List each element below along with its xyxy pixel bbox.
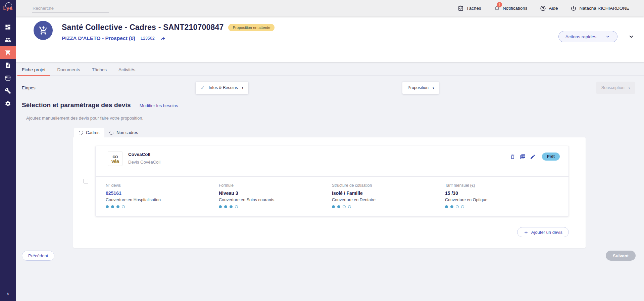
step-proposition[interactable]: Proposition › [402, 82, 439, 94]
sidebar-item-marketplace[interactable] [0, 72, 16, 84]
topbar-item-help[interactable]: Aide [540, 5, 558, 11]
topbar-item-notifications[interactable]: 1 Notifications [494, 5, 528, 12]
edit-quote-button[interactable] [530, 154, 536, 160]
insurer-logo-bottom: véa [111, 159, 119, 164]
sidebar-expand-chevron[interactable]: › [0, 286, 16, 301]
check-icon: ✓ [201, 85, 205, 90]
trash-icon [510, 154, 515, 160]
topbar-item-user[interactable]: Natacha RICHIARDONE [571, 5, 629, 11]
col-label: Formule [219, 183, 332, 188]
quick-actions-label: Actions rapides [565, 34, 596, 39]
avatar [34, 21, 53, 40]
search-input[interactable] [32, 4, 109, 12]
tab-fiche-projet[interactable]: Fiche projet [22, 67, 46, 76]
people-icon [5, 37, 11, 43]
insurer-name: CoveaColl [128, 152, 160, 157]
quick-actions-button[interactable]: Actions rapides [558, 31, 617, 42]
quote-tabs: Cadres Non cadres [73, 128, 586, 137]
quote-actions: Prêt [510, 151, 560, 161]
tasks-icon [458, 5, 464, 11]
client-code: L23562 [141, 36, 155, 41]
col-label: N° devis [106, 183, 219, 188]
col-value: Isolé / Famille [332, 190, 445, 196]
tasks-label: Tâches [466, 6, 481, 11]
quote-col-structure: Structure de cotisation Isolé / Famille … [332, 183, 445, 208]
collapse-header-chevron[interactable] [628, 33, 635, 40]
coverage-label: Couverture en Dentaire [332, 198, 445, 202]
dashed-circle-icon [79, 131, 83, 135]
chevron-down-icon [628, 33, 635, 40]
modify-needs-link[interactable]: Modifier les besoins [140, 103, 178, 108]
dot-filled [332, 205, 335, 208]
section-subtitle: Ajoutez manuellement des devis pour fair… [26, 116, 644, 121]
quote-col-numero: N° devis 025161 Couverture en Hospitalis… [106, 183, 219, 208]
sidebar-item-projects[interactable] [0, 46, 16, 59]
dot-empty [343, 205, 346, 208]
quote-card: co véa CoveaColl Devis CovéaColl [95, 146, 569, 217]
cart-icon [5, 49, 11, 56]
plus-icon [524, 230, 529, 235]
sidebar-item-tools[interactable] [0, 84, 16, 97]
quote-checkbox[interactable] [84, 179, 88, 183]
quote-tab-cadres[interactable]: Cadres [74, 128, 104, 137]
document-icon [5, 62, 11, 69]
sidebar-nav [0, 20, 16, 110]
quote-card-header: co véa CoveaColl Devis CovéaColl [96, 146, 568, 176]
delete-quote-button[interactable] [510, 154, 515, 160]
step-connector [439, 88, 596, 88]
add-quote-button[interactable]: Ajouter un devis [517, 227, 569, 237]
section-title: Sélection et paramétrage des devis [22, 101, 131, 109]
tab-taches[interactable]: Tâches [92, 67, 107, 76]
user-name: Natacha RICHIARDONE [579, 6, 629, 11]
quote-tab-non-cadres[interactable]: Non cadres [104, 128, 143, 137]
tab-documents[interactable]: Documents [57, 67, 80, 76]
previous-label: Précédent [28, 253, 48, 258]
topbar-menu: Tâches 1 Notifications Aide Natacha RICH… [458, 5, 644, 12]
share-icon-button[interactable] [160, 36, 166, 41]
sidebar-item-contacts[interactable] [0, 33, 16, 46]
add-quote-label: Ajouter un devis [531, 230, 562, 235]
client-link[interactable]: PIZZA D'ALETO - Prospect (0) [62, 35, 135, 41]
header-actions: Actions rapides [558, 31, 635, 42]
topbar-item-tasks[interactable]: Tâches [458, 5, 481, 11]
next-button[interactable]: Suivant [606, 251, 636, 261]
quote-tab-label: Cadres [86, 130, 99, 135]
sidebar: Lya › [0, 0, 16, 301]
dot-empty [461, 205, 464, 208]
bell-wrap: 1 [494, 5, 500, 12]
dot-empty [348, 205, 351, 208]
sidebar-item-documents[interactable] [0, 59, 16, 72]
insurer-logo: co véa [108, 151, 122, 166]
dot-filled [106, 205, 109, 208]
dot-empty [122, 205, 125, 208]
col-label: Tarif mensuel (€) [445, 183, 558, 188]
notifications-label: Notifications [503, 6, 528, 11]
chevron-right-icon: › [629, 85, 630, 90]
step-infos-besoins[interactable]: ✓ Infos & Besoins › [196, 82, 248, 94]
pdf-quote-button[interactable] [520, 154, 526, 160]
dot-empty [456, 205, 459, 208]
step-label: Infos & Besoins [209, 85, 238, 90]
notification-badge: 1 [497, 2, 502, 7]
app-logo[interactable]: Lya [0, 0, 16, 16]
quote-status-badge: Prêt [542, 153, 560, 161]
sidebar-item-dashboard[interactable] [0, 20, 16, 33]
dot-filled [111, 205, 114, 208]
storefront-icon [5, 75, 11, 81]
col-label: Structure de cotisation [332, 183, 445, 188]
col-value: 15 /30 [445, 190, 558, 196]
sidebar-item-settings[interactable] [0, 97, 16, 110]
search-container [32, 4, 109, 12]
dot-empty [235, 205, 238, 208]
quote-number-link[interactable]: 025161 [106, 190, 219, 196]
pdf-icon [520, 154, 526, 160]
previous-button[interactable]: Précédent [22, 251, 54, 261]
topbar: Tâches 1 Notifications Aide Natacha RICH… [16, 0, 644, 16]
step-souscription: Souscription › [596, 82, 635, 94]
dot-filled [224, 205, 227, 208]
help-icon [540, 5, 546, 11]
quotes-panel: co véa CoveaColl Devis CovéaColl [73, 137, 586, 248]
tab-activites[interactable]: Activités [118, 67, 135, 76]
project-header: Santé Collective - Cadres - SANT21070084… [16, 16, 644, 62]
panel-footer: Ajouter un devis [95, 227, 569, 237]
